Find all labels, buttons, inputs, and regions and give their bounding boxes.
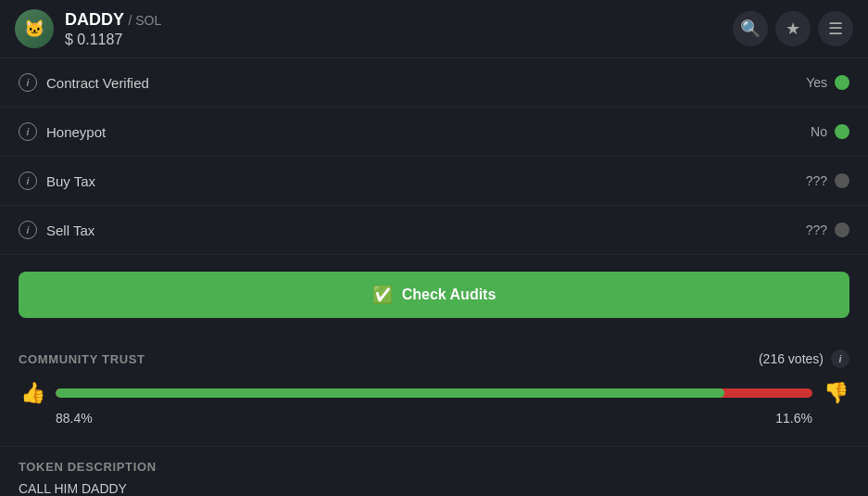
positive-percentage: 88.4% bbox=[56, 411, 93, 426]
menu-button[interactable]: ☰ bbox=[818, 11, 853, 46]
token-name-row: DADDY / SOL bbox=[65, 10, 161, 30]
main-content: i Contract Verified Yes i Honeypot No i … bbox=[0, 58, 868, 496]
community-trust-section: COMMUNITY TRUST (216 votes) i 👍 👎 88.4% … bbox=[0, 335, 868, 446]
info-icon-honeypot: i bbox=[19, 122, 37, 141]
sell-tax-row: i Sell Tax ??? bbox=[0, 206, 868, 255]
community-trust-info-icon[interactable]: i bbox=[831, 350, 849, 368]
thumbs-up-icon: 👍 bbox=[19, 381, 46, 405]
info-icon-contract: i bbox=[19, 73, 37, 92]
contract-verified-row: i Contract Verified Yes bbox=[0, 58, 868, 108]
contract-verified-dot bbox=[835, 75, 849, 90]
trust-percentages: 88.4% 11.6% bbox=[19, 411, 849, 426]
trust-bar-fill bbox=[56, 388, 724, 398]
check-audits-button[interactable]: ✅ Check Audits bbox=[19, 272, 849, 318]
avatar: 🐱 bbox=[15, 9, 54, 48]
shield-check-icon: ✅ bbox=[372, 285, 393, 305]
token-price: $ 0.1187 bbox=[65, 32, 161, 48]
menu-icon: ☰ bbox=[828, 19, 843, 39]
buy-tax-label: Buy Tax bbox=[46, 173, 95, 189]
sell-tax-label: Sell Tax bbox=[46, 223, 94, 238]
token-description-section: TOKEN DESCRIPTION CALL HIM DADDY Update bbox=[0, 446, 868, 496]
contract-verified-status: Yes bbox=[806, 75, 827, 90]
token-description-text: CALL HIM DADDY bbox=[19, 481, 849, 496]
honeypot-row: i Honeypot No bbox=[0, 108, 868, 157]
token-description-title: TOKEN DESCRIPTION bbox=[19, 460, 849, 474]
token-info: DADDY / SOL $ 0.1187 bbox=[65, 10, 161, 48]
buy-tax-status: ??? bbox=[806, 173, 827, 188]
negative-percentage: 11.6% bbox=[775, 411, 812, 426]
search-button[interactable]: 🔍 bbox=[733, 11, 768, 46]
trust-bar-container bbox=[56, 388, 812, 398]
star-icon: ★ bbox=[786, 19, 800, 39]
header: 🐱 DADDY / SOL $ 0.1187 🔍 ★ ☰ bbox=[0, 0, 868, 58]
buy-tax-dot bbox=[835, 173, 849, 188]
token-network: SOL bbox=[135, 13, 161, 28]
favorite-button[interactable]: ★ bbox=[775, 11, 811, 46]
honeypot-status: No bbox=[811, 124, 827, 139]
buy-tax-row: i Buy Tax ??? bbox=[0, 157, 868, 206]
info-icon-sell-tax: i bbox=[19, 221, 37, 239]
trust-bar-row: 👍 👎 bbox=[19, 381, 849, 405]
trust-header: COMMUNITY TRUST (216 votes) i bbox=[19, 350, 849, 368]
info-icon-buy-tax: i bbox=[19, 172, 37, 190]
community-trust-title: COMMUNITY TRUST bbox=[19, 352, 145, 366]
honeypot-label: Honeypot bbox=[46, 124, 106, 140]
header-right: 🔍 ★ ☰ bbox=[733, 11, 853, 46]
honeypot-dot bbox=[835, 124, 849, 139]
sell-tax-dot bbox=[835, 223, 849, 237]
trust-votes-group: (216 votes) i bbox=[759, 350, 849, 368]
search-icon: 🔍 bbox=[740, 19, 761, 39]
contract-verified-label: Contract Verified bbox=[46, 75, 149, 91]
header-left: 🐱 DADDY / SOL $ 0.1187 bbox=[15, 9, 161, 48]
thumbs-down-icon: 👎 bbox=[822, 381, 849, 405]
trust-votes-count: (216 votes) bbox=[759, 351, 824, 366]
check-audits-label: Check Audits bbox=[402, 286, 497, 303]
token-name: DADDY bbox=[65, 10, 124, 29]
sell-tax-status: ??? bbox=[806, 223, 827, 237]
